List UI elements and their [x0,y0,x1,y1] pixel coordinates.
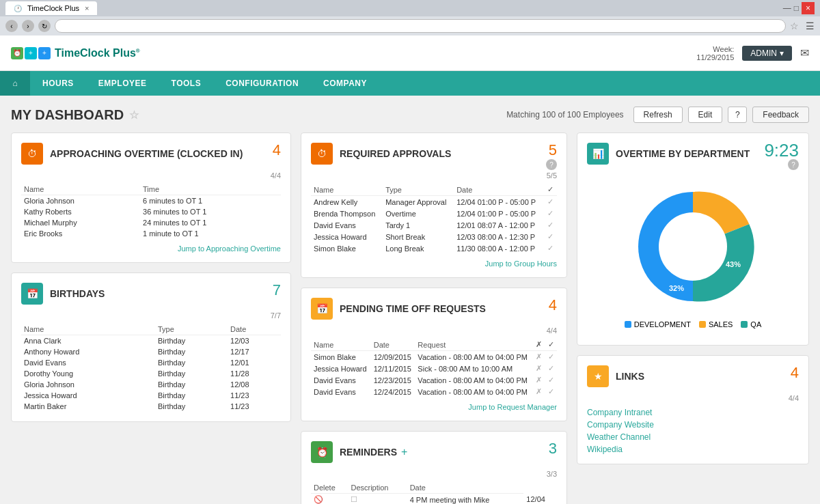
mail-icon[interactable]: ✉ [800,46,809,59]
dev-legend-label: DEVELOPMENT [634,320,691,328]
pending-row-check[interactable]: ✓ [545,351,557,363]
tab-close-btn[interactable]: × [85,4,89,12]
middle-column: ⏱ REQUIRED APPROVALS 5 ? 5/5 Name Type D… [301,132,567,504]
reminders-add-button[interactable]: + [401,446,407,458]
sales-legend-dot [699,321,706,328]
pending-row: Simon Blake12/09/2015Vacation - 08:00 AM… [311,351,557,363]
pending-row-x[interactable]: ✗ [533,351,545,363]
nav-home-btn[interactable]: ⌂ [0,71,30,96]
pending-row-check[interactable]: ✓ [545,386,557,397]
approval-row-date: 11/30 08:00 A - 12:00 P [454,242,545,254]
refresh-button[interactable]: Refresh [633,107,683,123]
favorite-star-icon[interactable]: ☆ [129,109,139,122]
pending-row-name: Jessica Howard [311,363,371,374]
approval-row-name: Andrew Kelly [311,196,383,208]
reminders-card-header: ⏰ REMINDERS + [311,441,557,463]
overtime-row: Eric Brooks1 minute to OT 1 [21,228,281,239]
approvals-help-icon[interactable]: ? [546,159,557,170]
overtime-row-time: 6 minutes to OT 1 [140,195,281,207]
pending-row-x[interactable]: ✗ [533,386,545,397]
birthday-row: Anthony HowardBirthday12/17 [21,346,281,357]
qa-legend-dot [741,321,748,328]
overtime-link[interactable]: Jump to Approaching Overtime [21,244,281,253]
address-bar[interactable] [55,19,786,33]
dashboard-controls: Matching 100 of 100 Employees Refresh Ed… [506,107,809,123]
overtime-card-icon: ⏱ [21,143,43,165]
edit-button[interactable]: Edit [688,107,723,123]
reminders-col-date: Date [407,482,524,494]
birthdays-col-date: Date [228,324,281,335]
pending-row: Jessica Howard12/11/2015Sick - 08:00 AM … [311,363,557,374]
refresh-browser-btn[interactable]: ↻ [38,20,51,32]
reminder-row-check: ☐ [348,494,407,505]
reminders-card-icon: ⏰ [311,441,333,463]
overtime-card-title: APPROACHING OVERTIME (CLOCKED IN) [50,148,243,160]
birthdays-subcount: 7/7 [21,311,281,320]
birthday-row-name: Anna Clark [21,335,155,347]
overtime-row: Kathy Roberts36 minutes to OT 1 [21,206,281,217]
overtime-table: Name Time Gloria Johnson6 minutes to OT … [21,184,281,239]
browser-menu-icon[interactable]: ☰ [806,20,815,31]
approval-row-name: Brenda Thompson [311,208,383,219]
pending-row: David Evans12/23/2015Vacation - 08:00 AM… [311,374,557,386]
pending-col-check: ✓ [545,339,557,351]
reminder-row-delete[interactable]: 🚫 [311,494,348,505]
links-card-icon: ★ [587,365,609,387]
nav-company[interactable]: COMPANY [311,71,379,96]
birthday-row-name: Dorothy Young [21,368,155,379]
pending-row-check[interactable]: ✓ [545,363,557,374]
approvals-card-title: REQUIRED APPROVALS [340,148,451,160]
links-list: Company IntranetCompany WebsiteWeather C… [587,408,799,454]
forward-btn[interactable]: › [22,20,34,32]
links-list-item[interactable]: Weather Channel [587,432,799,442]
dashboard-grid: ⏱ APPROACHING OVERTIME (CLOCKED IN) 4 4/… [11,132,809,504]
pending-row-check[interactable]: ✓ [545,374,557,386]
approval-row-type: Manager Approval [383,196,454,208]
bookmark-icon[interactable]: ☆ [790,20,799,31]
links-subcount: 4/4 [587,394,799,402]
overtime-row-name: Eric Brooks [21,228,140,239]
pending-table: Name Date Request ✗ ✓ Simon Blake12/09/2… [311,339,557,397]
approval-row-check: ✓ [545,231,557,242]
links-list-item[interactable]: Company Website [587,420,799,430]
birthday-row-type: Birthday [155,357,228,368]
app-header: ⏰ + + TimeClock Plus® Week: 11/29/2015 A… [0,36,820,71]
pending-card-header: 📅 PENDING TIME OFF REQUESTS [311,298,557,320]
approval-row-type: Short Break [383,231,454,242]
birthdays-col-name: Name [21,324,155,335]
nav-tools[interactable]: TOOLS [159,71,214,96]
birthday-row-type: Birthday [155,379,228,390]
approval-row-check: ✓ [545,208,557,219]
birthdays-col-type: Type [155,324,228,335]
birthday-row: Jessica HowardBirthday11/23 [21,390,281,401]
pending-link[interactable]: Jump to Request Manager [311,403,557,411]
help-button[interactable]: ? [728,107,747,123]
nav-employee[interactable]: EMPLOYEE [86,71,159,96]
maximize-btn[interactable]: □ [794,3,799,13]
pending-row-x[interactable]: ✗ [533,374,545,386]
approvals-col-type: Type [383,184,454,196]
approvals-link[interactable]: Jump to Group Hours [311,260,557,268]
approvals-subcount: 5/5 [311,171,557,180]
reminders-count: 3 [549,440,557,458]
links-list-item[interactable]: Wikipedia [587,445,799,454]
qa-legend-label: QA [750,320,761,328]
pending-row-x[interactable]: ✗ [533,363,545,374]
links-list-item[interactable]: Company Intranet [587,408,799,417]
birthday-row-date: 12/01 [228,357,281,368]
birthday-row-type: Birthday [155,368,228,379]
feedback-button[interactable]: Feedback [752,107,809,123]
back-btn[interactable]: ‹ [5,20,18,32]
approval-row-name: Jessica Howard [311,231,383,242]
overtime-dept-help-icon[interactable]: ? [788,159,799,170]
nav-configuration[interactable]: CONFIGURATION [213,71,311,96]
close-btn[interactable]: × [802,2,815,14]
pending-row-request: Vacation - 08:00 AM to 04:00 PM [415,374,533,386]
admin-button[interactable]: ADMIN ▾ [742,46,792,61]
pending-card-icon: 📅 [311,298,333,320]
nav-hours[interactable]: HOURS [30,71,86,96]
header-right: Week: 11/29/2015 ADMIN ▾ ✉ [696,45,809,61]
minimize-btn[interactable]: — [783,3,791,13]
left-column: ⏱ APPROACHING OVERTIME (CLOCKED IN) 4 4/… [11,132,291,504]
overtime-subcount: 4/4 [21,171,281,180]
